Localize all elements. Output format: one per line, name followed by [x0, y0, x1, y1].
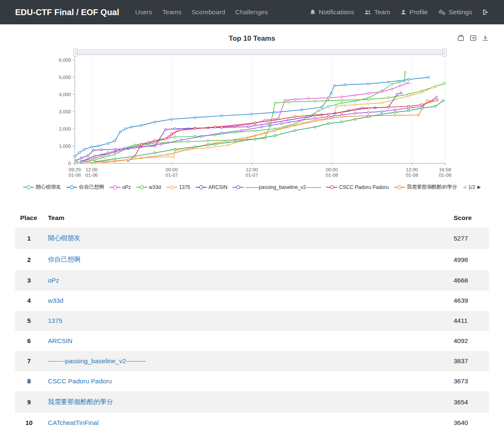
nav-link-scoreboard[interactable]: Scoreboard [192, 8, 225, 16]
place-cell: 1 [15, 228, 43, 249]
legend-item[interactable]: CSCC Padoru Padoru [326, 184, 388, 190]
score-cell: 3654 [449, 391, 489, 413]
legend-prev-icon[interactable]: ◀ [462, 184, 466, 190]
legend-page-indicator: 1/2 [468, 184, 475, 190]
svg-text:09:29: 09:29 [69, 167, 81, 172]
svg-text:5,000: 5,000 [59, 75, 71, 80]
svg-text:3,000: 3,000 [59, 109, 71, 114]
column-header-team: Team [43, 208, 449, 228]
team-link[interactable]: 1375 [48, 317, 62, 324]
table-header-row: Place Team Score [15, 208, 489, 228]
svg-text:01-08: 01-08 [406, 173, 418, 178]
datazoom-slider[interactable] [75, 50, 445, 55]
legend-label: 1375 [179, 184, 190, 190]
team-link[interactable]: CATcheatTinFinal [48, 419, 99, 426]
score-cell: 4998 [449, 249, 489, 270]
zoom-box-icon[interactable] [457, 34, 465, 43]
place-cell: 9 [15, 391, 43, 413]
legend-item[interactable]: 你自己想啊 [66, 183, 104, 191]
legend-line-marker-icon [166, 185, 177, 190]
svg-text:01-08: 01-08 [439, 173, 451, 178]
svg-text:6,000: 6,000 [59, 58, 71, 63]
team-link[interactable]: CSCC Padoru Padoru [48, 377, 112, 385]
team-label: Team [374, 8, 390, 16]
table-row: 9我需要那個酷酷的學分3654 [15, 391, 489, 413]
legend-label: w33d [149, 184, 161, 190]
profile-label: Profile [410, 8, 428, 16]
team-button[interactable]: Team [364, 8, 390, 16]
team-link[interactable]: 開心樹朋友 [48, 234, 81, 241]
profile-button[interactable]: Profile [400, 8, 428, 16]
chart-title: Top 10 Teams [15, 34, 489, 43]
legend-label: ARCSIN [208, 184, 227, 190]
place-cell: 5 [15, 311, 43, 331]
team-link[interactable]: w33d [48, 297, 63, 304]
team-link[interactable]: 我需要那個酷酷的學分 [48, 398, 113, 405]
table-row: 7--------passing_baseline_v2---------383… [15, 351, 489, 371]
logout-button[interactable] [482, 9, 489, 16]
bell-icon [310, 9, 316, 16]
team-cell: ARCSIN [43, 331, 449, 351]
svg-text:4,000: 4,000 [59, 92, 71, 97]
legend-line-marker-icon [23, 185, 34, 190]
nav-link-teams[interactable]: Teams [162, 8, 181, 16]
svg-text:12:00: 12:00 [246, 167, 258, 172]
logout-icon [482, 9, 489, 16]
nav-link-challenges[interactable]: Challenges [235, 8, 268, 16]
team-link[interactable]: --------passing_baseline_v2--------- [48, 357, 146, 364]
team-cell: 1375 [43, 311, 449, 331]
nav-link-users[interactable]: Users [135, 8, 152, 16]
team-cell: 你自己想啊 [43, 249, 449, 270]
settings-button[interactable]: Settings [438, 8, 472, 16]
team-cell: 我需要那個酷酷的學分 [43, 391, 449, 413]
standings-table: Place Team Score 1開心樹朋友52772你自己想啊49983oP… [15, 208, 489, 433]
score-cell: 3673 [449, 371, 489, 391]
legend-item[interactable]: ARCSIN [196, 184, 227, 190]
svg-text:0: 0 [68, 161, 71, 166]
table-row: 1開心樹朋友5277 [15, 228, 489, 249]
table-row: 4w33d4639 [15, 291, 489, 311]
legend-next-icon[interactable]: ▶ [478, 184, 481, 190]
place-cell: 3 [15, 270, 43, 291]
table-row: 10CATcheatTinFinal3640 [15, 413, 489, 433]
team-cell: 開心樹朋友 [43, 228, 449, 249]
legend-item[interactable]: 開心樹朋友 [23, 183, 61, 191]
legend-line-marker-icon [394, 185, 405, 190]
team-cell: CATcheatTinFinal [43, 413, 449, 433]
brand-title[interactable]: EDU-CTF Final / EOF Qual [15, 8, 119, 17]
column-header-score: Score [449, 208, 489, 228]
download-icon[interactable] [482, 34, 489, 43]
legend-item[interactable]: --------passing_baseline_v2--------- [233, 184, 321, 190]
team-link[interactable]: ARCSIN [48, 337, 73, 344]
scoreboard-chart-section: Top 10 Teams 01,0002,0003,0004,0005,0006… [15, 34, 489, 191]
datazoom-left-handle[interactable] [74, 49, 77, 57]
restore-icon[interactable] [470, 34, 477, 43]
notifications-label: Notifications [319, 8, 354, 16]
svg-text:12:00: 12:00 [86, 167, 98, 172]
datazoom-right-handle[interactable] [443, 49, 446, 57]
svg-text:1,000: 1,000 [59, 144, 71, 149]
legend-item[interactable]: w33d [136, 184, 161, 190]
legend-item[interactable]: 我需要那個酷酷的學分 [394, 183, 457, 191]
legend-line-marker-icon [136, 185, 147, 190]
legend-item[interactable]: oPz [110, 184, 131, 190]
legend-label: 開心樹朋友 [36, 183, 61, 191]
svg-text:01-07: 01-07 [165, 173, 178, 178]
chart-legend: 開心樹朋友你自己想啊oPzw33d1375ARCSIN--------passi… [15, 183, 489, 191]
table-row: 513754411 [15, 311, 489, 331]
team-link[interactable]: 你自己想啊 [48, 256, 81, 263]
team-cell: w33d [43, 291, 449, 311]
place-cell: 4 [15, 291, 43, 311]
team-link[interactable]: oPz [48, 277, 59, 284]
legend-line-marker-icon [110, 185, 121, 190]
standings-table-section: Place Team Score 1開心樹朋友52772你自己想啊49983oP… [15, 208, 489, 433]
notifications-button[interactable]: Notifications [310, 8, 354, 16]
svg-text:00:00: 00:00 [326, 167, 338, 172]
legend-label: 我需要那個酷酷的學分 [407, 183, 457, 191]
chart-toolbox [457, 34, 489, 43]
svg-text:00:00: 00:00 [165, 167, 178, 172]
legend-item[interactable]: 1375 [166, 184, 190, 190]
legend-line-marker-icon [66, 185, 77, 190]
team-cell: --------passing_baseline_v2--------- [43, 351, 449, 371]
table-row: 2你自己想啊4998 [15, 249, 489, 270]
